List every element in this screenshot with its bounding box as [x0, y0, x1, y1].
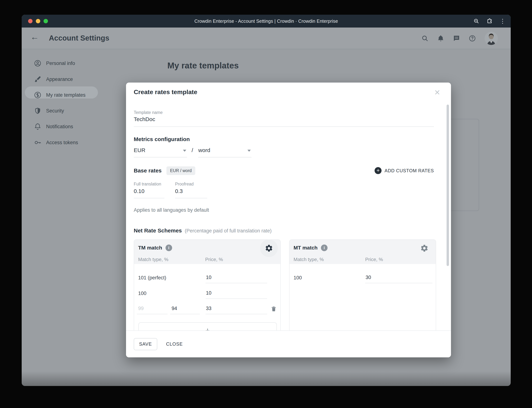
help-icon[interactable] — [469, 35, 476, 42]
currency-select[interactable]: EUR — [134, 146, 187, 157]
sidebar-item-personal-info[interactable]: Personal info — [25, 56, 98, 71]
price-input[interactable] — [205, 275, 267, 283]
shield-icon — [34, 107, 41, 114]
save-button[interactable]: SAVE — [134, 338, 157, 350]
sidebar-item-label: Security — [46, 108, 64, 114]
bell-icon[interactable] — [437, 35, 444, 42]
sidebar-item-label: Personal info — [46, 60, 75, 66]
app-header: ← Account Settings — [22, 27, 511, 49]
net-rate-schemes-subheading: (Percentage paid of full translation rat… — [185, 228, 272, 234]
add-custom-rates-button[interactable]: + ADD CUSTOM RATES — [375, 167, 434, 174]
sidebar-item-label: Appearance — [46, 76, 73, 82]
zoom-window-button[interactable] — [44, 19, 48, 23]
modal-scrollbar[interactable] — [447, 105, 449, 266]
window-bottom-shade — [22, 371, 511, 386]
metric-chip: EUR / word — [167, 166, 195, 175]
match-to-input[interactable] — [170, 306, 200, 314]
price-column-header: Price, % — [365, 257, 383, 262]
tm-match-settings-button[interactable] — [260, 239, 278, 257]
trash-icon[interactable] — [271, 306, 277, 312]
titlebar-actions: ⋮ — [473, 15, 505, 27]
full-translation-label: Full translation — [134, 182, 164, 187]
mt-match-title: MT match — [293, 245, 318, 251]
gear-icon — [420, 244, 429, 252]
sidebar-item-access-tokens[interactable]: Access tokens — [25, 135, 98, 150]
template-name-label: Template name — [134, 110, 434, 115]
sidebar-item-label: Notifications — [46, 124, 73, 129]
browser-menu-icon[interactable]: ⋮ — [500, 18, 505, 24]
price-input[interactable] — [365, 275, 433, 283]
sidebar-item-security[interactable]: Security — [25, 103, 98, 118]
zoom-out-icon[interactable] — [473, 18, 479, 24]
dollar-circle-icon — [34, 91, 41, 99]
minimize-window-button[interactable] — [36, 19, 40, 23]
full-translation-input[interactable] — [134, 187, 164, 198]
base-rates-row: Base rates EUR / word + ADD CUSTOM RATES — [134, 165, 434, 176]
brush-icon — [34, 76, 41, 83]
price-input[interactable] — [205, 306, 267, 314]
sidebar-item-my-rate-templates[interactable]: My rate templates — [25, 88, 98, 102]
create-rates-template-modal: Create rates template ✕ Template name Me… — [126, 83, 451, 357]
modal-footer: SAVE CLOSE — [126, 330, 451, 357]
mt-match-card: MT match i Match type, % Price, % 100 — [289, 239, 436, 335]
sidebar-item-appearance[interactable]: Appearance — [25, 72, 98, 87]
key-icon — [34, 139, 41, 146]
page-title: Account Settings — [49, 34, 109, 42]
tm-match-title: TM match — [138, 245, 162, 251]
price-column-header: Price, % — [205, 257, 223, 262]
window-title: Crowdin Enterprise - Account Settings | … — [194, 18, 338, 24]
unit-select[interactable]: word — [198, 146, 251, 157]
close-button[interactable]: CLOSE — [163, 340, 185, 348]
gear-icon — [265, 244, 273, 252]
tm-match-card-header: TM match i Match type, % Price, % — [134, 240, 280, 264]
match-type-column-header: Match type, % — [138, 257, 168, 262]
base-rates-heading: Base rates — [134, 168, 162, 174]
extensions-icon[interactable] — [487, 18, 493, 24]
match-type-value: 100 — [138, 291, 146, 296]
currency-value: EUR — [134, 147, 145, 153]
chat-icon[interactable] — [453, 35, 460, 42]
screenshot-stage: ← Account Settings — [0, 0, 532, 408]
close-icon[interactable]: ✕ — [434, 89, 440, 96]
search-icon[interactable] — [421, 35, 428, 42]
metrics-slash: / — [192, 147, 193, 153]
proofread-input[interactable] — [175, 187, 207, 198]
header-icons — [421, 27, 498, 49]
mt-match-settings-button[interactable] — [416, 239, 433, 257]
mt-match-card-header: MT match i Match type, % Price, % — [290, 240, 436, 264]
template-name-field: Template name — [134, 110, 434, 127]
titlebar: Crowdin Enterprise - Account Settings | … — [22, 15, 511, 27]
plus-circle-icon: + — [375, 167, 381, 174]
user-circle-icon — [34, 60, 41, 67]
net-rate-schemes-heading: Net Rate Schemes — [134, 228, 182, 234]
match-type-value: 101 (perfect) — [138, 275, 166, 281]
chevron-down-icon — [248, 150, 251, 152]
close-window-button[interactable] — [28, 19, 33, 23]
info-icon[interactable]: i — [321, 245, 328, 251]
bell-outline-icon — [34, 123, 41, 130]
background-page-title: My rate templates — [167, 60, 239, 70]
template-name-input[interactable] — [134, 115, 434, 127]
modal-title: Create rates template — [134, 88, 197, 96]
add-custom-rates-label: ADD CUSTOM RATES — [384, 168, 434, 173]
sidebar-item-notifications[interactable]: Notifications — [25, 119, 98, 134]
proofread-label: Proofread — [175, 182, 207, 187]
metrics-heading: Metrics configuration — [134, 136, 190, 142]
metrics-selects: EUR / word — [134, 146, 262, 157]
browser-window: ← Account Settings — [22, 15, 511, 386]
price-input[interactable] — [205, 290, 267, 299]
tm-match-card: TM match i Match type, % Price, % 101 (p… — [134, 239, 281, 335]
match-type-column-header: Match type, % — [293, 257, 324, 262]
chevron-down-icon — [183, 150, 186, 152]
base-rates-note: Applies to all languages by default — [134, 207, 209, 213]
net-rate-schemes-heading-row: Net Rate Schemes (Percentage paid of ful… — [134, 228, 272, 234]
back-arrow-icon[interactable]: ← — [30, 33, 39, 41]
match-type-value: 100 — [293, 275, 302, 281]
full-translation-field: Full translation — [134, 182, 164, 198]
sidebar-item-label: Access tokens — [46, 140, 78, 145]
sidebar-item-label: My rate templates — [46, 92, 86, 98]
proofread-field: Proofread — [175, 182, 207, 198]
info-icon[interactable]: i — [166, 245, 172, 251]
avatar[interactable] — [485, 32, 498, 45]
match-from-input[interactable] — [137, 306, 168, 314]
